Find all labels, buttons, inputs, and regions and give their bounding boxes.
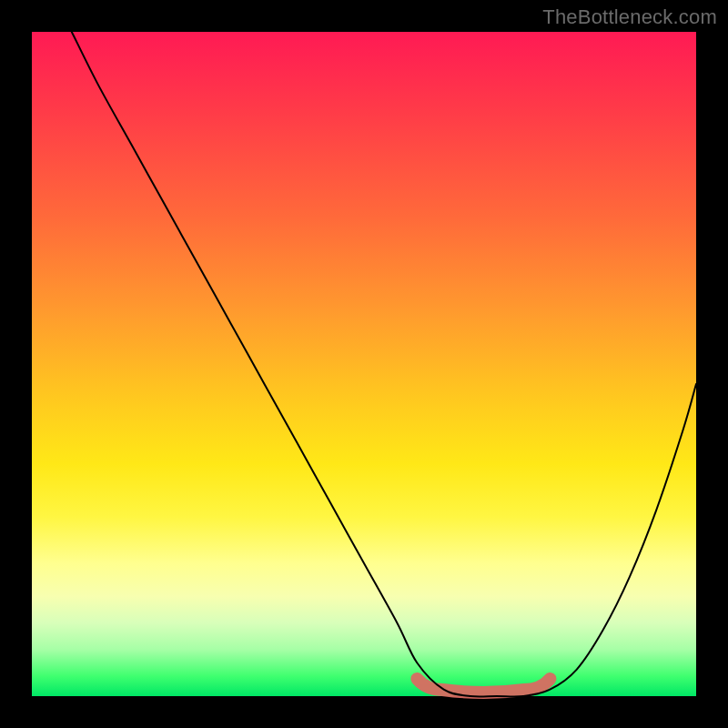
curve-svg — [32, 32, 696, 696]
bottleneck-curve-line — [72, 32, 696, 697]
chart-frame: TheBottleneck.com — [0, 0, 728, 728]
watermark-text: TheBottleneck.com — [542, 5, 717, 29]
plot-area — [32, 32, 696, 696]
